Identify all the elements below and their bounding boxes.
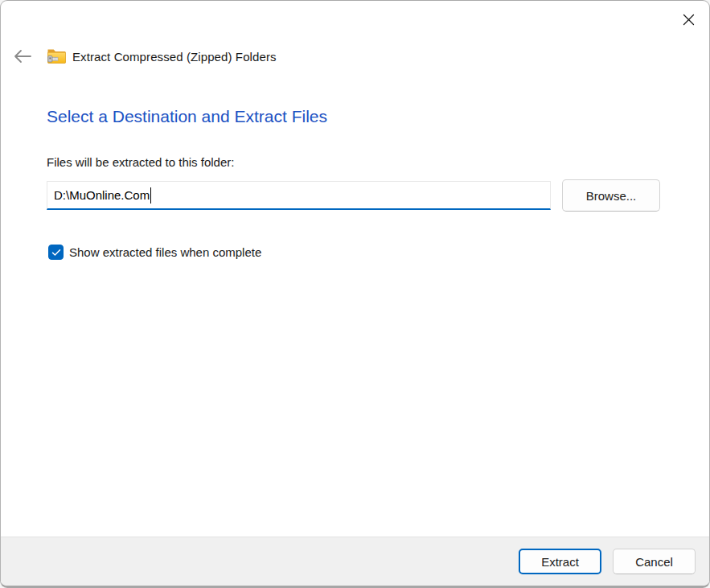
page-title: Select a Destination and Extract Files [47, 107, 327, 126]
destination-input[interactable]: D:\MuOnline.Com [47, 181, 551, 210]
wizard-title: Extract Compressed (Zipped) Folders [72, 50, 277, 64]
browse-button[interactable]: Browse... [562, 179, 660, 212]
text-caret [150, 187, 151, 204]
destination-input-value: D:\MuOnline.Com [54, 188, 150, 202]
back-arrow-icon [13, 49, 32, 64]
extract-button[interactable]: Extract [519, 549, 601, 574]
close-button[interactable] [675, 7, 701, 31]
back-button[interactable] [12, 46, 33, 67]
show-files-checkbox-label[interactable]: Show extracted files when complete [69, 245, 261, 259]
show-files-checkbox[interactable] [48, 245, 64, 260]
destination-label: Files will be extracted to this folder: [47, 155, 234, 169]
footer-bar: Extract Cancel [1, 537, 709, 586]
close-icon [683, 14, 695, 26]
show-files-checkbox-row: Show extracted files when complete [48, 245, 261, 260]
checkmark-icon [51, 249, 61, 257]
wizard-header: Extract Compressed (Zipped) Folders [12, 46, 693, 67]
zipped-folder-icon [47, 47, 67, 66]
extract-wizard-window: Extract Compressed (Zipped) Folders Sele… [0, 0, 710, 588]
cancel-button[interactable]: Cancel [613, 549, 696, 574]
